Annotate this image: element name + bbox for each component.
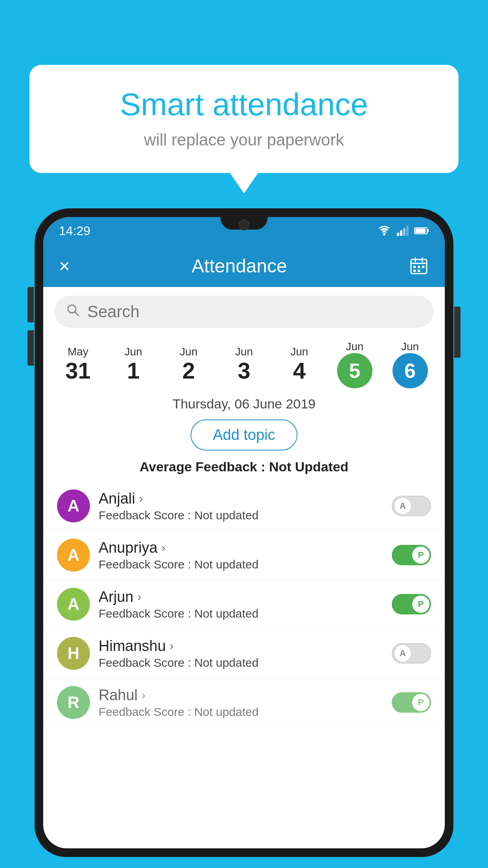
student-name-anjali: Anjali › (99, 490, 392, 507)
wifi-icon (377, 225, 391, 236)
chevron-icon: › (139, 492, 143, 505)
svg-point-0 (383, 233, 385, 235)
chevron-icon: › (161, 541, 165, 554)
student-row-himanshu[interactable]: H Himanshu › Feedback Score : Not update… (47, 629, 441, 678)
chevron-icon: › (141, 688, 145, 702)
avatar-himanshu: H (57, 637, 90, 670)
student-row-anupriya[interactable]: A Anupriya › Feedback Score : Not update… (47, 531, 441, 580)
chevron-icon: › (170, 639, 174, 653)
power-button (454, 307, 460, 358)
svg-rect-1 (397, 233, 399, 236)
student-row-rahul[interactable]: R Rahul › Feedback Score : Not updated (47, 678, 441, 727)
bubble-title: Smart attendance (53, 86, 435, 123)
signal-icon (397, 226, 409, 236)
toggle-anjali[interactable]: A (392, 496, 431, 516)
student-list: A Anjali › Feedback Score : Not updated (43, 482, 445, 727)
avg-feedback-label: Average Feedback : (139, 459, 265, 474)
calendar-button[interactable] (409, 256, 429, 276)
toggle-knob: A (394, 645, 411, 662)
avg-feedback-value: Not Updated (269, 459, 349, 474)
student-name-arjun: Arjun › (99, 588, 392, 605)
svg-rect-14 (422, 266, 424, 268)
svg-rect-13 (418, 266, 420, 268)
phone-screen: 14:29 (43, 217, 445, 848)
student-info-anupriya: Anupriya › Feedback Score : Not updated (99, 539, 392, 571)
svg-rect-16 (418, 270, 420, 272)
speech-bubble: Smart attendance will replace your paper… (29, 65, 459, 173)
toggle-off-anjali[interactable]: A (392, 496, 431, 516)
selected-date: Thursday, 06 June 2019 (43, 396, 445, 412)
toggle-knob: P (412, 546, 429, 564)
date-jun4[interactable]: Jun 4 (272, 346, 327, 383)
date-jun3[interactable]: Jun 3 (216, 346, 272, 383)
student-info-rahul: Rahul › Feedback Score : Not updated (99, 687, 392, 719)
student-name-rahul: Rahul › (99, 687, 392, 704)
svg-rect-3 (403, 228, 405, 236)
svg-rect-2 (400, 230, 402, 236)
toggle-rahul[interactable]: P (392, 692, 431, 713)
toggle-anupriya[interactable]: P (392, 545, 431, 565)
camera-dot (238, 219, 250, 230)
avatar-arjun: A (57, 588, 90, 621)
search-input[interactable] (87, 302, 422, 321)
student-feedback-anjali: Feedback Score : Not updated (99, 509, 392, 522)
svg-line-18 (75, 312, 79, 316)
student-feedback-arjun: Feedback Score : Not updated (99, 607, 392, 620)
date-jun5[interactable]: Jun 5 (327, 340, 382, 388)
date-may31[interactable]: May 31 (50, 346, 106, 383)
status-time: 14:29 (59, 224, 90, 238)
bubble-subtitle: will replace your paperwork (53, 131, 435, 149)
calendar-icon (409, 256, 428, 275)
app-title: Attendance (192, 255, 287, 277)
date-picker-row: May 31 Jun 1 Jun 2 Jun 3 Jun 4 (43, 337, 445, 392)
phone-outer: 14:29 (35, 208, 453, 857)
avatar-anjali: A (57, 489, 90, 522)
toggle-off-himanshu[interactable]: A (392, 643, 431, 664)
student-row-arjun[interactable]: A Arjun › Feedback Score : Not updated (47, 580, 441, 629)
student-feedback-himanshu: Feedback Score : Not updated (99, 656, 392, 669)
toggle-on-arjun[interactable]: P (392, 594, 431, 614)
svg-rect-7 (427, 229, 429, 232)
avatar-rahul: R (57, 686, 90, 719)
date-jun2[interactable]: Jun 2 (161, 346, 216, 383)
status-icons (377, 225, 429, 236)
student-feedback-anupriya: Feedback Score : Not updated (99, 558, 392, 571)
avatar-anupriya: A (57, 539, 90, 572)
chevron-icon: › (138, 590, 141, 603)
toggle-himanshu[interactable]: A (392, 643, 431, 664)
average-feedback: Average Feedback : Not Updated (43, 459, 445, 474)
student-name-anupriya: Anupriya › (99, 539, 392, 556)
student-row-anjali[interactable]: A Anjali › Feedback Score : Not updated (47, 482, 441, 531)
svg-rect-6 (415, 228, 426, 233)
toggle-knob: A (394, 497, 411, 515)
student-info-arjun: Arjun › Feedback Score : Not updated (99, 588, 392, 620)
student-feedback-rahul: Feedback Score : Not updated (99, 705, 392, 719)
vol-down-button (28, 330, 34, 366)
add-topic-button[interactable]: Add topic (191, 419, 297, 451)
toggle-arjun[interactable]: P (392, 594, 431, 614)
toggle-on-rahul[interactable]: P (392, 692, 431, 713)
close-button[interactable]: × (59, 255, 70, 277)
svg-rect-12 (413, 266, 416, 268)
student-name-himanshu: Himanshu › (99, 638, 392, 655)
student-info-himanshu: Himanshu › Feedback Score : Not updated (99, 638, 392, 669)
date-jun1[interactable]: Jun 1 (106, 346, 161, 383)
toggle-knob: P (412, 694, 429, 711)
student-info-anjali: Anjali › Feedback Score : Not updated (99, 490, 392, 522)
search-bar[interactable] (54, 296, 434, 328)
phone-wrapper: 14:29 (35, 208, 453, 868)
battery-icon (414, 227, 429, 235)
svg-rect-15 (413, 270, 416, 272)
toggle-on-anupriya[interactable]: P (392, 545, 431, 565)
app-bar: × Attendance (43, 245, 445, 287)
search-icon (66, 303, 80, 321)
vol-up-button (28, 287, 34, 322)
date-jun6[interactable]: Jun 6 (382, 340, 438, 388)
toggle-knob: P (412, 596, 429, 613)
svg-rect-4 (406, 226, 409, 236)
